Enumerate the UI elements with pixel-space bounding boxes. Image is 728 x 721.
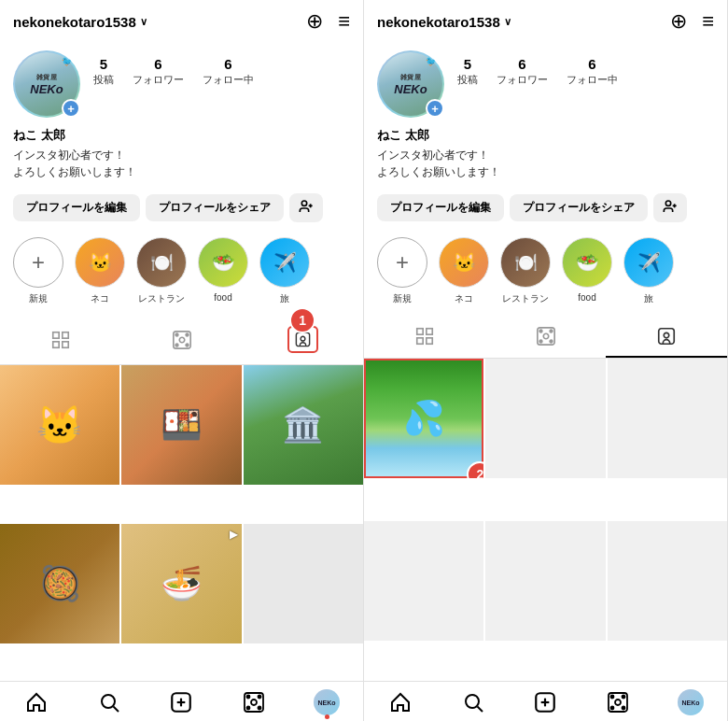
- svg-point-0: [301, 201, 306, 205]
- highlight-circle-travel-right: ✈️: [623, 237, 674, 288]
- posts-stat-right: 5 投稿: [457, 56, 478, 87]
- action-buttons-left: プロフィールを編集 プロフィールをシェア: [0, 188, 363, 232]
- profile-bio-left: インスタ初心者です！ よろしくお願いします！: [13, 147, 350, 180]
- highlight-new[interactable]: + 新規: [13, 237, 63, 305]
- nav-home-right[interactable]: [364, 689, 437, 715]
- nav-reels-right[interactable]: [581, 689, 654, 715]
- highlight-new-right[interactable]: + 新規: [377, 237, 427, 305]
- highlight-food[interactable]: 🥗 food: [198, 237, 248, 305]
- nav-avatar-right: NEKo: [678, 689, 704, 715]
- nav-avatar-left: NEKo: [314, 689, 340, 715]
- svg-point-14: [301, 336, 305, 341]
- highlight-travel-right[interactable]: ✈️ 旅: [623, 237, 674, 305]
- nav-search-right[interactable]: [437, 689, 510, 715]
- username-right[interactable]: nekonekotaro1538 ∨: [377, 14, 511, 30]
- highlight-circle-restaurant-right: 🍽️: [500, 237, 551, 288]
- avatar-bird-icon: 🐦: [62, 56, 73, 66]
- add-post-icon-right[interactable]: ⊕: [670, 9, 687, 34]
- grid-cell-food2[interactable]: 🍜 ▶: [121, 524, 241, 643]
- header-right: nekonekotaro1538 ∨ ⊕ ≡: [364, 0, 727, 43]
- highlight-restaurant-right[interactable]: 🍽️ レストラン: [500, 237, 551, 305]
- edit-profile-button-right[interactable]: プロフィールを編集: [377, 194, 504, 221]
- add-post-icon[interactable]: ⊕: [306, 9, 323, 34]
- highlight-label-cat: ネコ: [91, 292, 109, 305]
- nav-add-left[interactable]: [146, 689, 218, 715]
- svg-rect-6: [63, 341, 68, 346]
- highlights-right: + 新規 🐱 ネコ 🍽️ レストラン 🥗 food ✈️ 旅: [364, 232, 727, 317]
- grid-cell-empty-r5: [608, 521, 727, 641]
- avatar-plus-badge[interactable]: +: [62, 99, 80, 118]
- svg-point-12: [186, 344, 189, 346]
- following-label: フォロー中: [203, 73, 254, 87]
- share-profile-button[interactable]: プロフィールをシェア: [146, 194, 284, 221]
- following-stat-right[interactable]: 6 フォロー中: [567, 56, 618, 87]
- grid-cell-cat[interactable]: 🐱: [0, 365, 119, 485]
- avatar-line2: NEKo: [30, 82, 63, 96]
- right-panel: nekonekotaro1538 ∨ ⊕ ≡ 雑貨屋 NEKo 🐦 + 5 投稿: [364, 0, 728, 721]
- grid-cell-dish[interactable]: 🥘: [0, 524, 119, 643]
- grid-cell-waterfall[interactable]: 💦 2: [364, 359, 483, 478]
- nav-home-left[interactable]: [0, 689, 73, 715]
- share-profile-button-right[interactable]: プロフィールをシェア: [510, 194, 648, 221]
- followers-stat-right[interactable]: 6 フォロワー: [497, 56, 548, 87]
- highlight-restaurant[interactable]: 🍽️ レストラン: [136, 237, 187, 305]
- nav-profile-right[interactable]: NEKo: [654, 689, 727, 715]
- nav-reels-left[interactable]: [217, 689, 290, 715]
- username-text-right: nekonekotaro1538: [377, 14, 500, 30]
- edit-profile-button[interactable]: プロフィールを編集: [13, 194, 140, 221]
- profile-info-right: ねこ 太郎 インスタ初心者です！ よろしくお願いします！: [364, 127, 727, 188]
- stats-row-right: 5 投稿 6 フォロワー 6 フォロー中: [457, 50, 618, 87]
- following-label-right: フォロー中: [567, 73, 618, 87]
- highlight-food-right[interactable]: 🥗 food: [562, 237, 612, 305]
- avatar-line1: 雑貨屋: [36, 73, 58, 82]
- nav-add-right[interactable]: [510, 689, 582, 715]
- add-person-button[interactable]: [289, 193, 323, 222]
- annotation-1: 1: [289, 307, 315, 333]
- svg-point-8: [179, 337, 185, 343]
- header-left: nekonekotaro1538 ∨ ⊕ ≡: [0, 0, 363, 43]
- menu-icon[interactable]: ≡: [338, 9, 350, 34]
- tab-tagged-right[interactable]: [606, 317, 727, 358]
- tab-tagged-left[interactable]: 1: [242, 317, 363, 364]
- svg-point-47: [615, 700, 621, 705]
- profile-bio-right: インスタ初心者です！ よろしくお願いします！: [377, 147, 714, 180]
- grid-cell-building[interactable]: 🏛️: [244, 365, 363, 485]
- svg-point-15: [102, 695, 115, 708]
- highlight-travel[interactable]: ✈️ 旅: [259, 237, 310, 305]
- highlight-cat[interactable]: 🐱 ネコ: [75, 237, 125, 305]
- nav-search-left[interactable]: [73, 689, 146, 715]
- stats-row-left: 5 投稿 6 フォロワー 6 フォロー中: [93, 50, 254, 87]
- svg-point-9: [175, 333, 178, 336]
- menu-icon-right[interactable]: ≡: [702, 9, 714, 34]
- grid-cell-food1[interactable]: 🍱: [121, 365, 241, 485]
- grid-cell-empty-r1: [485, 359, 605, 478]
- highlight-label-restaurant: レストラン: [138, 292, 185, 305]
- posts-label-right: 投稿: [457, 73, 478, 87]
- svg-point-35: [539, 330, 542, 332]
- svg-point-38: [550, 340, 553, 343]
- followers-stat[interactable]: 6 フォロワー: [133, 56, 184, 87]
- posts-stat: 5 投稿: [93, 56, 114, 87]
- svg-line-42: [477, 707, 483, 713]
- highlight-circle-cat-right: 🐱: [439, 237, 489, 288]
- highlight-cat-right[interactable]: 🐱 ネコ: [439, 237, 489, 305]
- avatar-plus-badge-right[interactable]: +: [426, 99, 444, 118]
- following-stat[interactable]: 6 フォロー中: [203, 56, 254, 87]
- username-left[interactable]: nekonekotaro1538 ∨: [13, 14, 147, 30]
- svg-point-24: [247, 707, 250, 710]
- tab-grid-left[interactable]: [0, 317, 121, 364]
- tab-reels-left[interactable]: [121, 317, 243, 364]
- tab-reels-right[interactable]: [485, 317, 607, 358]
- svg-point-36: [550, 330, 553, 332]
- svg-point-26: [665, 201, 670, 205]
- followers-label-right: フォロワー: [497, 73, 548, 87]
- tab-grid-right[interactable]: [364, 317, 485, 358]
- nav-profile-left[interactable]: NEKo: [290, 689, 363, 715]
- bottom-nav-left: NEKo: [0, 681, 363, 721]
- add-person-button-right[interactable]: [653, 193, 687, 222]
- avatar-line2-right: NEKo: [394, 82, 427, 96]
- highlight-label-new: 新規: [29, 292, 48, 305]
- svg-rect-3: [53, 332, 59, 337]
- svg-point-21: [251, 700, 257, 705]
- svg-rect-4: [63, 332, 68, 337]
